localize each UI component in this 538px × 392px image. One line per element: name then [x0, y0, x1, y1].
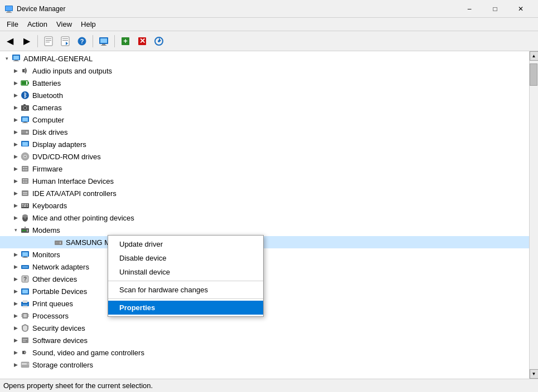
ctx-sep-2 — [108, 298, 263, 299]
tree-item-dvd[interactable]: ▶ DVD/CD-ROM drives — [0, 150, 529, 163]
scroll-up-button[interactable]: ▲ — [530, 51, 539, 61]
tree-item-security[interactable]: ▶ Security devices — [0, 322, 529, 334]
ctx-update-driver[interactable]: Update driver — [108, 237, 263, 251]
tree-item-audio[interactable]: ▶ Audio inputs and outputs — [0, 65, 529, 77]
batteries-label: Batteries — [32, 79, 61, 87]
expand-firmware[interactable]: ▶ — [11, 164, 20, 173]
expand-network[interactable]: ▶ — [11, 262, 20, 271]
tree-item-mice[interactable]: ▶ Mice and other pointing devices — [0, 212, 529, 224]
expand-bluetooth[interactable]: ▶ — [11, 91, 20, 100]
tree-item-firmware[interactable]: ▶ Firmware — [0, 163, 529, 175]
tree-item-processors[interactable]: ▶ Processors — [0, 310, 529, 322]
scan-button[interactable] — [151, 33, 167, 49]
device-tree[interactable]: ▾ ADMIRAL-GENERAL ▶ — [0, 51, 529, 379]
expand-other[interactable]: ▶ — [11, 275, 20, 283]
scroll-track[interactable] — [530, 61, 538, 369]
expand-hid[interactable]: ▶ — [11, 177, 20, 185]
properties-button[interactable] — [41, 33, 56, 49]
svg-rect-46 — [22, 133, 25, 133]
expand-keyboards[interactable]: ▶ — [11, 201, 20, 210]
expand-display[interactable]: ▶ — [11, 140, 20, 149]
ctx-scan-hardware[interactable]: Scan for hardware changes — [108, 283, 263, 297]
svg-rect-90 — [22, 252, 28, 256]
tree-item-batteries[interactable]: ▶ Batteries — [0, 77, 529, 89]
tree-item-root[interactable]: ▾ ADMIRAL-GENERAL — [0, 52, 529, 65]
expand-portable[interactable]: ▶ — [11, 287, 20, 296]
tree-item-software[interactable]: ▶ Software devices — [0, 334, 529, 346]
expand-audio[interactable]: ▶ — [11, 66, 20, 75]
tree-item-sound[interactable]: ▶ Sound, video and game controllers — [0, 346, 529, 359]
tree-item-storage[interactable]: ▶ Storage controllers — [0, 359, 529, 371]
expand-cameras[interactable]: ▶ — [11, 103, 20, 112]
tree-item-monitors[interactable]: ▶ Monitors — [0, 248, 529, 261]
svg-rect-3 — [6, 6, 12, 11]
scrollbar[interactable]: ▲ ▼ — [529, 51, 538, 379]
tree-item-display[interactable]: ▶ Display adapters — [0, 138, 529, 150]
tree-item-modems[interactable]: ▾ Modems — [0, 224, 529, 236]
menu-action[interactable]: Action — [23, 19, 52, 30]
expand-ide[interactable]: ▶ — [11, 189, 20, 198]
svg-rect-1 — [7, 11, 11, 12]
menu-view[interactable]: View — [52, 19, 76, 30]
svg-rect-109 — [28, 314, 29, 315]
print-label: Print queues — [32, 300, 73, 308]
scroll-down-button[interactable]: ▼ — [530, 369, 539, 379]
expand-mice[interactable]: ▶ — [11, 213, 20, 222]
ctx-uninstall-device[interactable]: Uninstall device — [108, 265, 263, 279]
expand-print[interactable]: ▶ — [11, 299, 20, 308]
expand-modems[interactable]: ▾ — [11, 226, 20, 234]
expand-storage[interactable]: ▶ — [11, 360, 20, 369]
tree-item-samsung[interactable]: ▶ SAMSUNG Mobile USB Modem — [0, 236, 529, 248]
expand-processors[interactable]: ▶ — [11, 311, 20, 320]
expand-disk[interactable]: ▶ — [11, 128, 20, 136]
forward-button[interactable]: ▶ — [19, 33, 35, 49]
expand-dvd[interactable]: ▶ — [11, 152, 20, 161]
add-button[interactable]: + — [118, 33, 133, 49]
tree-item-bluetooth[interactable]: ▶ ᛒ Bluetooth — [0, 89, 529, 101]
menu-file[interactable]: File — [2, 19, 23, 30]
tree-item-other[interactable]: ▶ ? Other devices — [0, 273, 529, 285]
svg-point-87 — [57, 242, 59, 243]
svg-point-118 — [27, 364, 28, 365]
tree-item-disk[interactable]: ▶ Disk drives — [0, 126, 529, 138]
expand-security[interactable]: ▶ — [11, 324, 20, 332]
svg-rect-8 — [61, 37, 69, 46]
view-button[interactable] — [96, 33, 112, 49]
ctx-properties[interactable]: Properties — [108, 301, 263, 315]
maximize-button[interactable]: □ — [482, 0, 508, 18]
expand-software[interactable]: ▶ — [11, 336, 20, 345]
tree-item-keyboards[interactable]: ▶ Keyboards — [0, 199, 529, 212]
audio-label: Audio inputs and outputs — [32, 67, 112, 75]
audio-icon — [20, 66, 30, 76]
expand-monitors[interactable]: ▶ — [11, 250, 20, 259]
tree-item-cameras[interactable]: ▶ Cameras — [0, 101, 529, 114]
tree-item-portable[interactable]: ▶ Portable Devices — [0, 285, 529, 297]
update-driver-button[interactable] — [57, 33, 73, 49]
svg-rect-10 — [62, 40, 68, 41]
security-label: Security devices — [32, 324, 85, 332]
expand-computer[interactable]: ▶ — [11, 115, 20, 124]
scroll-thumb[interactable] — [530, 63, 537, 86]
minimize-button[interactable]: – — [457, 0, 482, 18]
remove-button[interactable]: ✕ — [134, 33, 150, 49]
tree-item-ide[interactable]: ▶ IDE ATA/ATAPI controllers — [0, 187, 529, 199]
close-button[interactable]: ✕ — [508, 0, 534, 18]
menu-help[interactable]: Help — [76, 19, 100, 30]
tree-item-network[interactable]: ▶ Network adapters — [0, 261, 529, 273]
svg-rect-54 — [25, 167, 26, 168]
tree-item-hid[interactable]: ▶ Human Interface Devices — [0, 175, 529, 187]
ctx-disable-device[interactable]: Disable device — [108, 251, 263, 265]
svg-rect-60 — [23, 179, 24, 180]
expand-root[interactable]: ▾ — [2, 54, 11, 63]
tree-item-print[interactable]: ▶ Print queues — [0, 297, 529, 310]
help-button[interactable]: ? — [74, 33, 90, 49]
svg-rect-29 — [22, 69, 25, 72]
svg-point-37 — [24, 107, 26, 109]
tree-item-computer[interactable]: ▶ Computer — [0, 114, 529, 126]
expand-sound[interactable]: ▶ — [11, 348, 20, 357]
svg-rect-5 — [46, 38, 51, 39]
network-label: Network adapters — [32, 263, 89, 271]
expand-batteries[interactable]: ▶ — [11, 79, 20, 87]
back-button[interactable]: ◀ — [2, 33, 18, 49]
modems-label: Modems — [32, 226, 60, 234]
